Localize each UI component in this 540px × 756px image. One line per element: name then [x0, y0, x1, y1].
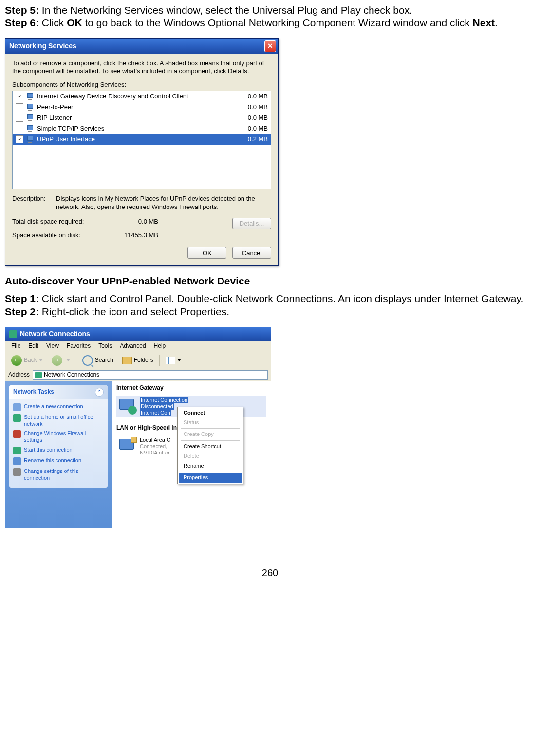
group-internet-gateway: Internet Gateway [116, 384, 266, 393]
folders-button[interactable]: Folders [119, 354, 156, 367]
item-size: 0.0 MB [239, 93, 268, 100]
step-6-pre: Click [39, 17, 67, 28]
step2-1-text: Click start and Control Panel. Double-cl… [39, 293, 523, 304]
address-field[interactable]: Network Connections [33, 370, 268, 380]
step-6-ok: OK [67, 17, 82, 28]
chevron-up-icon[interactable]: ⌃ [95, 388, 104, 397]
description-text: Displays icons in My Network Places for … [56, 195, 271, 211]
task-change-settings[interactable]: Change settings of this connection [13, 467, 104, 483]
context-menu[interactable]: Connect Status Create Copy Create Shortc… [177, 407, 243, 484]
connection-icon [117, 397, 137, 416]
toolbar: ← Back → Search Folders [5, 352, 271, 369]
step2-2-line: Step 2: Right-click the icon and select … [5, 305, 535, 318]
item-size: 0.0 MB [239, 114, 268, 122]
search-icon [82, 355, 93, 366]
context-properties[interactable]: Properties [179, 473, 242, 483]
context-separator [181, 472, 240, 472]
item-name: Simple TCP/IP Services [37, 125, 239, 132]
item-name: RIP Listener [37, 114, 239, 122]
step-5-label: Step 5: [5, 4, 39, 16]
views-button[interactable] [163, 354, 184, 367]
window-icon [9, 330, 17, 338]
task-icon [13, 403, 21, 411]
step2-2-label: Step 2: [5, 306, 39, 317]
subcomponents-listbox[interactable]: ✓ Internet Gateway Device Discovery and … [12, 91, 271, 189]
connection-type: NVIDIA nFor [140, 450, 170, 455]
dialog-titlebar[interactable]: Networking Services ✕ [5, 39, 278, 54]
avail-space-label: Space available on disk: [12, 231, 105, 239]
step-6-label: Step 6: [5, 17, 39, 28]
dialog-intro: To add or remove a component, click the … [12, 59, 271, 76]
context-create-copy: Create Copy [179, 430, 242, 439]
context-rename[interactable]: Rename [179, 461, 242, 471]
address-value: Network Connections [44, 371, 99, 378]
tasks-header[interactable]: Network Tasks ⌃ [9, 385, 108, 399]
connection-name: Local Area C [140, 437, 170, 443]
checkbox-icon[interactable]: ✓ [16, 135, 23, 143]
menu-tools[interactable]: Tools [94, 342, 116, 350]
address-icon [35, 372, 42, 378]
close-icon[interactable]: ✕ [264, 40, 276, 52]
network-icon [26, 136, 34, 143]
item-name: UPnP User Interface [37, 135, 239, 143]
window-title: Network Connections [20, 330, 90, 339]
step-6-next: Next [473, 17, 495, 28]
subcomponents-label: Subcomponents of Networking Services: [12, 81, 271, 89]
task-firewall-settings[interactable]: Change Windows Firewall settings [13, 429, 104, 445]
description-label: Description: [12, 195, 56, 211]
step2-1-label: Step 1: [5, 293, 39, 304]
item-name: Peer-to-Peer [37, 103, 239, 111]
context-delete: Delete [179, 452, 242, 461]
task-icon [13, 414, 21, 422]
task-icon [13, 457, 21, 465]
context-separator [181, 428, 240, 429]
menu-advanced[interactable]: Advanced [116, 342, 149, 350]
context-create-shortcut[interactable]: Create Shortcut [179, 442, 242, 452]
menu-view[interactable]: View [42, 342, 63, 350]
network-connections-window: Network Connections File Edit View Favor… [5, 327, 271, 528]
list-item[interactable]: Simple TCP/IP Services 0.0 MB [13, 123, 271, 134]
search-button[interactable]: Search [79, 354, 116, 367]
step-6-line: Step 6: Click OK to go back to the Windo… [5, 17, 535, 29]
step2-2-text: Right-click the icon and select Properti… [39, 306, 229, 317]
network-icon [26, 125, 34, 132]
chevron-down-icon [177, 359, 181, 361]
networking-services-dialog: Networking Services ✕ To add or remove a… [5, 38, 279, 266]
page-number: 260 [5, 567, 535, 579]
address-label: Address [8, 371, 30, 378]
menu-favorites[interactable]: Favorites [63, 342, 94, 350]
step-5-text: In the Networking Services window, selec… [39, 4, 412, 16]
folder-icon [122, 357, 132, 364]
cancel-button[interactable]: Cancel [232, 247, 271, 259]
connection-status: Connected, [140, 443, 167, 449]
menu-edit[interactable]: Edit [24, 342, 42, 350]
task-create-connection[interactable]: Create a new connection [13, 402, 104, 413]
step-6-post: . [495, 17, 498, 28]
context-connect[interactable]: Connect [179, 408, 242, 418]
window-titlebar[interactable]: Network Connections [5, 327, 271, 341]
menu-help[interactable]: Help [150, 342, 170, 350]
total-space-label: Total disk space required: [12, 218, 105, 229]
checkbox-icon[interactable] [16, 114, 23, 122]
item-size: 0.0 MB [239, 125, 268, 132]
chevron-down-icon [39, 359, 43, 361]
checkbox-icon[interactable] [16, 103, 23, 111]
network-tasks-panel: Network Tasks ⌃ Create a new connection … [9, 385, 108, 488]
sidebar: Network Tasks ⌃ Create a new connection … [5, 381, 112, 528]
list-item[interactable]: Peer-to-Peer 0.0 MB [13, 102, 271, 113]
step2-1-line: Step 1: Click start and Control Panel. D… [5, 292, 535, 305]
checkbox-icon[interactable] [16, 125, 23, 132]
menubar[interactable]: File Edit View Favorites Tools Advanced … [5, 341, 271, 352]
task-rename-connection[interactable]: Rename this connection [13, 456, 104, 467]
back-icon: ← [11, 355, 22, 366]
connection-name: Internet Connection [140, 397, 188, 403]
task-start-connection[interactable]: Start this connection [13, 445, 104, 456]
step-5-line: Step 5: In the Networking Services windo… [5, 4, 535, 17]
ok-button[interactable]: OK [187, 247, 226, 259]
checkbox-icon[interactable]: ✓ [16, 93, 23, 100]
list-item-selected[interactable]: ✓ UPnP User Interface 0.2 MB [13, 134, 271, 145]
list-item[interactable]: ✓ Internet Gateway Device Discovery and … [13, 91, 271, 102]
task-setup-network[interactable]: Set up a home or small office network [13, 413, 104, 429]
menu-file[interactable]: File [7, 342, 24, 350]
list-item[interactable]: RIP Listener 0.0 MB [13, 113, 271, 123]
